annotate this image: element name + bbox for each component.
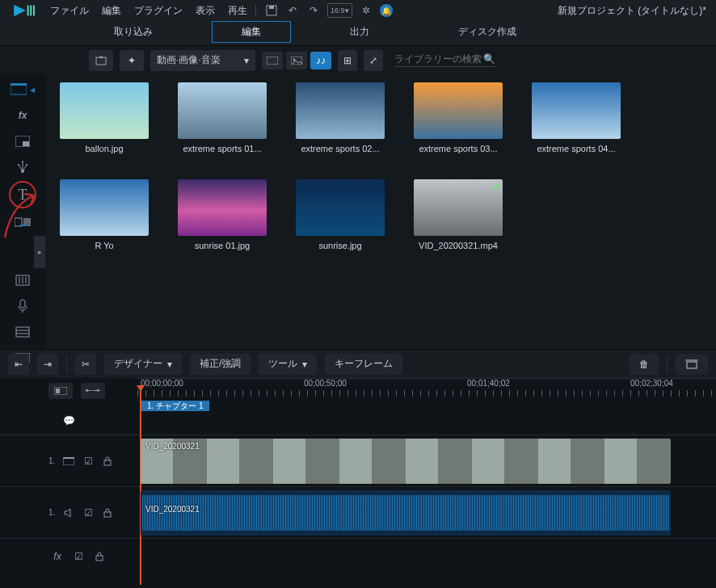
correct-enhance-button[interactable]: 補正/強調 [190,354,251,375]
thumb-image[interactable] [296,82,385,139]
media-thumb[interactable]: sunrise.jpg [296,179,385,250]
thumb-image[interactable] [60,179,149,236]
svg-rect-7 [267,57,278,65]
media-thumb[interactable]: extreme sports 02... [296,82,385,153]
tab-edit[interactable]: 編集 [212,21,291,43]
track-lock-icon[interactable] [102,507,113,519]
svg-point-9 [293,58,296,61]
thumb-label: sunrise 01.jpg [195,241,251,250]
thumb-image[interactable] [60,82,149,139]
marker-track: 💬 [0,407,716,435]
expand-view-icon[interactable]: ⤢ [364,50,383,71]
pip-room-icon[interactable] [9,129,36,153]
notification-icon[interactable]: 🔔 [380,4,393,17]
media-filter-select[interactable]: 動画·画像·音楽▾ [150,50,255,71]
svg-rect-1 [27,6,29,16]
media-room-icon[interactable]: ◂ [9,78,36,102]
menu-file[interactable]: ファイル [50,4,89,18]
video-clip[interactable]: VID_20200321 [141,439,671,484]
track-visible-checkbox[interactable]: ☑ [73,551,84,562]
timeline-ruler[interactable]: 00;00;00;00 00;00;50;00 00;01;40;02 00;0… [137,378,716,407]
library-search[interactable]: 🔍 [394,53,495,67]
ruler-ticks [137,390,716,397]
media-thumb[interactable]: extreme sports 04... [532,82,621,153]
timeline-view-mode-icon[interactable] [48,383,73,399]
video-track-icon[interactable] [63,456,74,467]
project-title: 新規プロジェクト (タイトルなし)* [558,4,706,18]
thumb-image[interactable] [296,179,385,236]
tool-menu[interactable]: ツール▾ [259,354,317,375]
ruler-tc-2: 00;01;40;02 [467,379,510,388]
keyframe-button[interactable]: キーフレーム [325,354,402,375]
settings-icon[interactable]: ✲ [359,3,373,18]
track-visible-checkbox[interactable]: ☑ [82,456,94,467]
trim-left-icon[interactable]: ⇤ [8,354,29,375]
tab-import[interactable]: 取り込み [84,21,183,43]
import-media-icon[interactable] [89,50,113,71]
audio-track-icon[interactable] [63,507,74,519]
svg-rect-11 [11,83,27,86]
mode-tab-row: 取り込み 編集 出力 ディスク作成 [0,21,716,45]
audio-mixer-room-icon[interactable] [9,268,36,292]
menu-play[interactable]: 再生 [228,4,247,18]
thumb-image[interactable] [178,82,267,139]
fx-track-icon[interactable]: fx [52,551,63,562]
audio-clip[interactable]: VID_20200321 [141,490,671,536]
snap-icon[interactable]: ⭰⭲ [81,383,105,399]
tab-output[interactable]: 出力 [320,21,399,43]
svg-rect-24 [20,300,25,308]
sidebar-expand-toggle[interactable]: ▸ [34,236,45,268]
media-thumb[interactable]: R Yo [60,179,149,250]
svg-rect-36 [63,457,74,459]
undo-icon[interactable]: ↶ [285,3,300,18]
particle-room-icon[interactable] [9,155,36,179]
menu-edit[interactable]: 編集 [102,4,121,18]
audio-track-number: 1. [48,508,55,517]
thumb-image[interactable] [414,82,503,139]
track-lock-icon[interactable] [102,456,113,467]
grid-view-icon[interactable]: ⊞ [338,50,357,71]
filter-audio-icon[interactable]: ♪♪ [310,52,331,69]
trim-right-icon[interactable]: ⇥ [37,354,58,375]
divider [255,4,256,17]
search-icon[interactable]: 🔍 [483,53,495,65]
designer-menu[interactable]: デザイナー▾ [104,354,182,375]
more-icon[interactable] [676,354,708,375]
thumb-image[interactable] [532,82,621,139]
voiceover-room-icon[interactable] [9,294,36,318]
media-thumb[interactable]: extreme sports 03... [414,82,503,153]
save-icon[interactable] [264,3,279,18]
menu-plugin[interactable]: プラグイン [134,4,183,18]
thumb-label: R Yo [95,241,113,250]
transition-room-icon[interactable] [9,210,36,234]
thumb-image[interactable]: ✔ [414,179,503,236]
svg-rect-31 [687,362,697,368]
chapter-room-icon[interactable] [9,320,36,344]
plugin-icon[interactable]: ✦ [120,50,144,71]
aspect-ratio-selector[interactable]: 16:9 ▾ [327,3,352,18]
track-lock-icon[interactable] [94,551,105,562]
media-thumb[interactable]: sunrise 01.jpg [178,179,267,250]
chevron-down-icon: ▾ [244,55,249,66]
marker-track-icon[interactable]: 💬 [63,415,74,426]
thumb-image[interactable] [178,179,267,236]
svg-rect-2 [30,6,32,16]
title-room-icon[interactable]: T [9,181,36,208]
cut-icon[interactable]: ✂ [75,354,96,375]
search-input[interactable] [394,53,483,65]
redo-icon[interactable]: ↷ [306,3,321,18]
filter-image-icon[interactable] [286,52,307,69]
svg-rect-6 [96,57,106,65]
track-visible-checkbox[interactable]: ☑ [82,507,94,519]
top-menu-bar: ファイル 編集 プラグイン 表示 再生 ↶ ↷ 16:9 ▾ ✲ 🔔 新規プロジ… [0,0,716,21]
fx-room-icon[interactable]: fx [9,103,36,128]
thumb-label: sunrise.jpg [318,241,361,250]
media-thumb[interactable]: ballon.jpg [60,82,149,153]
media-thumb[interactable]: ✔VID_20200321.mp4 [414,179,503,250]
tab-disc[interactable]: ディスク作成 [428,21,546,43]
filter-all-icon[interactable] [262,52,283,69]
menu-view[interactable]: 表示 [196,4,215,18]
media-thumb[interactable]: extreme sports 01... [178,82,267,153]
delete-icon[interactable]: 🗑 [630,354,659,375]
thumb-label: extreme sports 03... [419,144,497,153]
